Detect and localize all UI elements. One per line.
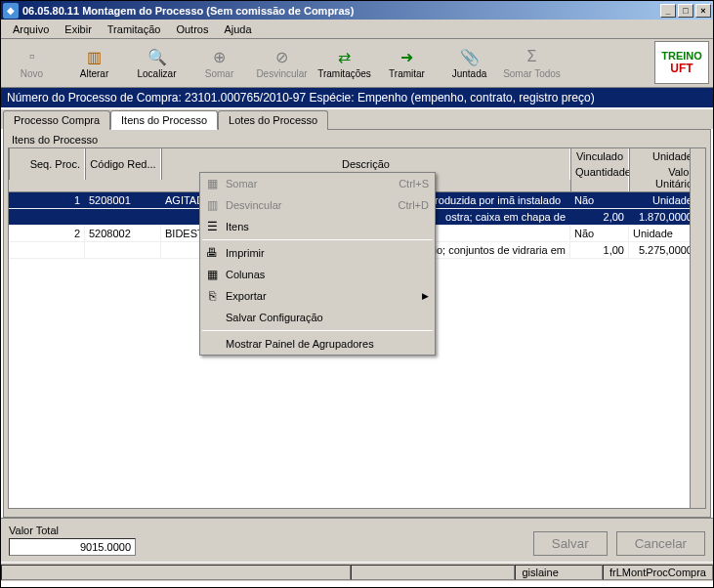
tool-tramitar[interactable]: ➜Tramitar: [376, 39, 439, 87]
cm-colunas[interactable]: ▦ Colunas: [200, 264, 435, 285]
cm-somar[interactable]: ▦ Somar Ctrl+S: [200, 173, 435, 194]
status-user: gislaine: [515, 565, 602, 580]
menu-bar: Arquivo Exibir Tramitação Outros Ajuda: [1, 20, 713, 39]
sum-icon: ▦: [202, 177, 222, 190]
col-unidade[interactable]: Unidade: [629, 148, 697, 164]
tool-somar[interactable]: ⊕Somar: [189, 39, 251, 87]
forward-icon: ➜: [398, 47, 417, 66]
cm-desvincular[interactable]: ▥ Desvincular Ctrl+D: [200, 194, 435, 216]
cm-separator: [202, 239, 433, 240]
col-quantidade[interactable]: Quantidade: [570, 164, 629, 191]
window-title: 06.05.80.11 Montagem do Processo (Sem co…: [22, 5, 658, 17]
status-form: frLMontProcCompra: [603, 565, 713, 580]
routes-icon: ⇄: [335, 47, 355, 66]
process-info-bar: Número do Processo de Compra: 23101.0007…: [1, 88, 713, 107]
new-icon: ▫: [22, 47, 42, 66]
grid-scrollbar[interactable]: [690, 148, 705, 508]
status-bar: gislaine frLMontProcCompra: [1, 562, 713, 581]
menu-arquivo[interactable]: Arquivo: [5, 21, 57, 37]
tool-somar-todos[interactable]: ΣSomar Todos: [501, 39, 564, 87]
columns-icon: ▦: [202, 268, 222, 281]
tool-localizar[interactable]: 🔍Localizar: [126, 39, 189, 87]
cm-separator: [202, 330, 433, 331]
cm-imprimir[interactable]: 🖶 Imprimir: [200, 242, 435, 264]
tool-juntada[interactable]: 📎Juntada: [439, 39, 501, 87]
menu-ajuda[interactable]: Ajuda: [216, 21, 259, 37]
col-valor-unitario[interactable]: Valor Unitário: [629, 164, 697, 191]
maximize-button[interactable]: □: [678, 4, 693, 18]
col-seq[interactable]: Seq. Proc.: [9, 148, 85, 180]
sum-all-icon: Σ: [523, 47, 542, 66]
app-icon: ◆: [3, 3, 19, 19]
minimize-button[interactable]: _: [660, 4, 676, 18]
unlink-icon: ▥: [202, 198, 222, 212]
valor-total-label: Valor Total: [9, 525, 136, 536]
menu-outros[interactable]: Outros: [168, 21, 216, 37]
context-menu: ▦ Somar Ctrl+S ▥ Desvincular Ctrl+D ☰ It…: [199, 172, 436, 356]
menu-exibir[interactable]: Exibir: [57, 21, 100, 37]
tool-novo[interactable]: ▫Novo: [1, 39, 63, 87]
menu-tramitacao[interactable]: Tramitação: [100, 21, 169, 37]
footer: Valor Total 9015.0000 Salvar Cancelar: [1, 518, 713, 562]
col-codigo[interactable]: Código Red...: [85, 148, 161, 180]
search-icon: 🔍: [147, 47, 167, 66]
col-vinculado[interactable]: Vinculado: [570, 148, 629, 164]
cm-salvar-config[interactable]: Salvar Configuração: [200, 307, 435, 328]
cm-mostrar-painel[interactable]: Mostrar Painel de Agrupadores: [200, 333, 435, 355]
tab-processo-compra[interactable]: Processo Compra: [3, 110, 110, 130]
items-icon: ☰: [202, 220, 222, 233]
attach-icon: 📎: [460, 47, 480, 66]
edit-icon: ▥: [85, 47, 105, 66]
tool-tramitacoes[interactable]: ⇄Tramitações: [314, 39, 376, 87]
status-empty-2: [351, 565, 516, 580]
print-icon: 🖶: [202, 246, 222, 260]
cancelar-button[interactable]: Cancelar: [616, 531, 705, 556]
submenu-arrow-icon: ▶: [422, 291, 429, 301]
brand-logo: TREINO UFT: [654, 41, 709, 84]
toolbar: ▫Novo ▥Alterar 🔍Localizar ⊕Somar ⊘Desvin…: [1, 39, 713, 88]
unlink-icon: ⊘: [273, 47, 292, 66]
export-icon: ⎘: [202, 289, 222, 303]
cm-exportar[interactable]: ⎘ Exportar ▶: [200, 285, 435, 307]
tab-strip: Processo Compra Itens do Processo Lotes …: [1, 109, 713, 129]
tool-alterar[interactable]: ▥Alterar: [63, 39, 126, 87]
title-bar: ◆ 06.05.80.11 Montagem do Processo (Sem …: [1, 1, 713, 20]
group-label: Itens do Processo: [8, 134, 706, 146]
tool-desvincular[interactable]: ⊘Desvincular: [251, 39, 314, 87]
sum-icon: ⊕: [210, 47, 230, 66]
tab-itens-processo[interactable]: Itens do Processo: [110, 110, 218, 130]
salvar-button[interactable]: Salvar: [533, 531, 608, 556]
valor-total-field[interactable]: 9015.0000: [9, 538, 136, 556]
tab-lotes-processo[interactable]: Lotes do Processo: [218, 110, 328, 130]
status-empty-1: [1, 565, 351, 580]
cm-itens[interactable]: ☰ Itens: [200, 216, 435, 237]
close-button[interactable]: ×: [695, 4, 711, 18]
